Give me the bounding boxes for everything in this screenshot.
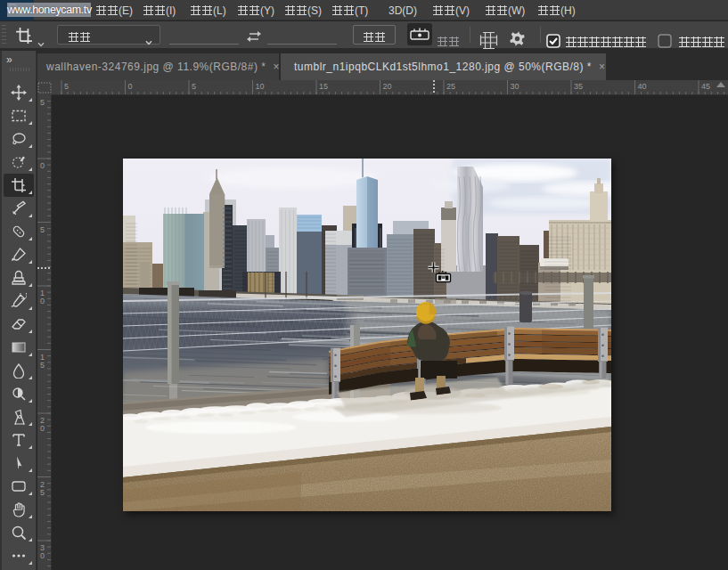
svg-text:10: 10 — [256, 82, 265, 91]
svg-text:5: 5 — [40, 361, 45, 370]
svg-text:0: 0 — [128, 82, 133, 91]
svg-text:0: 0 — [40, 551, 45, 560]
svg-text:15: 15 — [319, 82, 328, 91]
svg-text:35: 35 — [574, 82, 583, 91]
svg-text:30: 30 — [511, 82, 519, 91]
svg-text:0: 0 — [40, 297, 45, 305]
svg-text:40: 40 — [638, 82, 647, 91]
svg-text:5: 5 — [64, 82, 69, 91]
svg-text:5: 5 — [40, 98, 45, 107]
svg-text:45: 45 — [701, 82, 710, 91]
svg-text:5: 5 — [192, 82, 196, 91]
svg-text:20: 20 — [383, 82, 392, 91]
svg-text:5: 5 — [40, 488, 45, 497]
svg-text:5: 5 — [40, 225, 45, 234]
svg-text:0: 0 — [40, 424, 45, 433]
svg-text:25: 25 — [446, 82, 455, 91]
svg-text:0: 0 — [40, 161, 45, 170]
